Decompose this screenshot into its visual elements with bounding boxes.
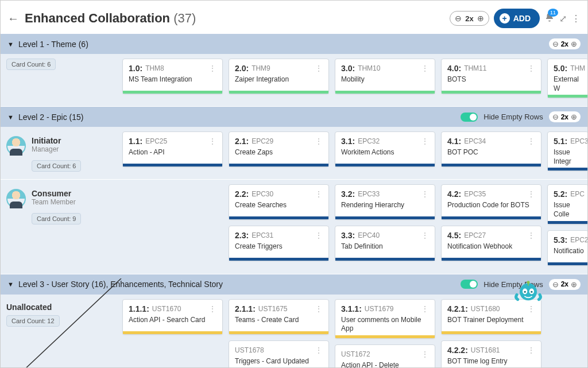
card[interactable]: 3.1:EPC32⋮Workitem Actions xyxy=(335,131,435,167)
level-label: Level 3 - User Story (16), Enhancements,… xyxy=(18,280,223,289)
card-menu-icon[interactable]: ⋮ xyxy=(315,64,323,73)
zoom-out-icon[interactable]: ⊖ xyxy=(552,113,559,121)
card-menu-icon[interactable]: ⋮ xyxy=(315,231,323,240)
level-header[interactable]: ▼Level 2 - Epic (15)Hide Empty Rows⊖2x⊕ xyxy=(1,107,587,127)
card-menu-icon[interactable]: ⋮ xyxy=(527,189,535,199)
chevron-down-icon[interactable]: ▼ xyxy=(7,114,14,121)
card[interactable]: 2.0:THM9⋮Zaiper Integration xyxy=(229,59,329,94)
card-menu-icon[interactable]: ⋮ xyxy=(421,64,429,73)
level-zoom[interactable]: ⊖2x⊕ xyxy=(549,279,581,290)
card-status-bar xyxy=(548,168,588,171)
zoom-in-icon[interactable]: ⊕ xyxy=(571,280,577,289)
card[interactable]: 3.3:EPC40⋮Tab Definition xyxy=(335,226,435,261)
card-menu-icon[interactable]: ⋮ xyxy=(421,137,429,146)
card-menu-icon[interactable]: ⋮ xyxy=(315,189,323,199)
expand-icon[interactable]: ⤢ xyxy=(559,13,567,24)
card-number: 5.0: xyxy=(554,64,567,73)
zoom-in-icon[interactable]: ⊕ xyxy=(571,113,577,121)
card[interactable]: 1.1.1:UST1670⋮Action API - Search Card xyxy=(122,299,223,335)
notifications-button[interactable]: 11 xyxy=(544,12,555,25)
card-status-bar xyxy=(442,164,541,166)
card-menu-icon[interactable]: ⋮ xyxy=(315,137,323,146)
card[interactable]: 2.1:EPC29⋮Create Zaps xyxy=(229,131,329,167)
card-menu-icon[interactable]: ⋮ xyxy=(421,231,429,240)
card-id: EPC31 xyxy=(252,231,273,239)
level-header[interactable]: ▼Level 3 - User Story (16), Enhancements… xyxy=(1,274,587,295)
card[interactable]: 4.1:EPC34⋮BOT POC xyxy=(441,131,541,167)
card-status-bar xyxy=(548,221,588,224)
card[interactable]: 5.0:THM⋮External W xyxy=(547,59,588,98)
card[interactable]: 4.5:EPC27⋮Notification Webhook xyxy=(441,226,541,261)
card[interactable]: 5.2:EPC⋮Issue Colle xyxy=(547,184,588,224)
level-header[interactable]: ▼Level 1 - Theme (6)⊖2x⊕ xyxy=(1,34,587,54)
card-id: EPC27 xyxy=(464,231,486,239)
card-menu-icon[interactable]: ⋮ xyxy=(208,64,216,73)
card-number: 4.2.1: xyxy=(447,304,468,313)
card[interactable]: UST1678⋮Triggers - Card Updated xyxy=(229,340,329,368)
card-number: 2.1.1: xyxy=(235,304,256,313)
card[interactable]: 3.2:EPC33⋮Rendering Hierarchy xyxy=(335,184,435,220)
card[interactable]: 3.0:THM10⋮Mobility xyxy=(335,59,435,94)
card[interactable]: 2.3:EPC31⋮Create Triggers xyxy=(229,226,329,261)
card-menu-icon[interactable]: ⋮ xyxy=(315,304,323,313)
card[interactable]: 4.2:EPC35⋮Production Code for BOTS xyxy=(441,184,541,220)
card[interactable]: UST1672⋮Action API - Delete xyxy=(335,344,435,368)
zoom-out-icon[interactable]: ⊖ xyxy=(552,280,559,289)
card-menu-icon[interactable]: ⋮ xyxy=(208,137,216,146)
card-menu-icon[interactable]: ⋮ xyxy=(421,350,429,359)
card-title: Action - API xyxy=(129,148,216,157)
card-number: 2.2: xyxy=(235,189,249,199)
card[interactable]: 5.1:EPC3⋮Issue Integr xyxy=(547,131,588,171)
card-menu-icon[interactable]: ⋮ xyxy=(527,346,535,355)
card[interactable]: 5.3:EPC2⋮Notificatio xyxy=(547,230,588,266)
zoom-out-icon[interactable]: ⊖ xyxy=(455,14,462,23)
card-title: BOT POC xyxy=(447,148,535,157)
card-status-bar xyxy=(123,91,222,94)
card-number: 2.3: xyxy=(235,231,249,240)
card[interactable]: 2.2:EPC30⋮Create Searches xyxy=(229,184,329,220)
card-menu-icon[interactable]: ⋮ xyxy=(421,189,429,199)
card-id: UST1681 xyxy=(471,346,500,354)
bot-avatar-icon[interactable] xyxy=(514,278,543,307)
zoom-control[interactable]: ⊖ 2x ⊕ xyxy=(450,11,489,26)
add-button[interactable]: + ADD xyxy=(494,9,540,28)
zoom-in-icon[interactable]: ⊕ xyxy=(571,40,577,48)
card-id: EPC25 xyxy=(145,137,167,145)
column: 4.2.1:UST1680⋮BOT Trainer Deployment4.2.… xyxy=(441,299,541,368)
level-zoom[interactable]: ⊖2x⊕ xyxy=(549,38,581,49)
zoom-out-icon[interactable]: ⊖ xyxy=(552,40,559,48)
card-number: 3.3: xyxy=(341,231,355,240)
chevron-down-icon[interactable]: ▼ xyxy=(7,281,14,288)
card-menu-icon[interactable]: ⋮ xyxy=(315,346,323,355)
chevron-down-icon[interactable]: ▼ xyxy=(7,41,14,48)
card-menu-icon[interactable]: ⋮ xyxy=(527,137,535,146)
level-label: Level 2 - Epic (15) xyxy=(18,113,84,122)
zoom-in-icon[interactable]: ⊕ xyxy=(477,14,484,23)
card-menu-icon[interactable]: ⋮ xyxy=(421,304,429,313)
role-name: Consumer xyxy=(32,189,76,198)
card-id: THM10 xyxy=(358,64,380,72)
hide-rows-toggle[interactable] xyxy=(461,113,478,122)
card-number: 5.2: xyxy=(554,189,567,199)
more-icon[interactable]: ⋮ xyxy=(571,13,581,24)
card-menu-icon[interactable]: ⋮ xyxy=(527,231,535,240)
card[interactable]: 3.1.1:UST1679⋮User comments on Mobile Ap… xyxy=(335,299,435,339)
hide-rows-toggle[interactable] xyxy=(461,280,478,289)
card-title: Rendering Hierarchy xyxy=(341,201,429,210)
card[interactable]: 4.2.2:UST1681⋮BOT Time log Entry xyxy=(441,340,541,368)
card-id: EPC40 xyxy=(358,231,380,239)
card[interactable]: 2.1.1:UST1675⋮Teams - Create Card xyxy=(229,299,329,335)
card-number: 2.1: xyxy=(235,137,249,146)
card-number: 4.2: xyxy=(447,189,461,199)
column: 3.2:EPC33⋮Rendering Hierarchy3.3:EPC40⋮T… xyxy=(335,184,435,265)
card[interactable]: 1.0:THM8⋮MS Team Integration xyxy=(122,59,223,94)
card[interactable]: 1.1:EPC25⋮Action - API xyxy=(122,131,223,167)
card-title: BOT Trainer Deployment xyxy=(447,316,535,325)
card-menu-icon[interactable]: ⋮ xyxy=(208,304,216,313)
card[interactable]: 4.0:THM11⋮BOTS xyxy=(441,59,541,94)
level-zoom[interactable]: ⊖2x⊕ xyxy=(549,111,581,122)
back-arrow[interactable]: ← xyxy=(7,12,19,25)
zoom-label: 2x xyxy=(465,14,473,23)
card-menu-icon[interactable]: ⋮ xyxy=(527,64,535,73)
card-title: Create Zaps xyxy=(235,148,323,157)
